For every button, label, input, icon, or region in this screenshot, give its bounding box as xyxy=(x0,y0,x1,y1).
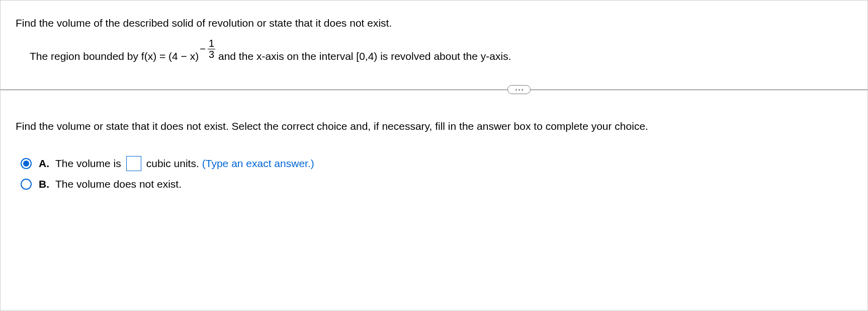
exponent: − 1 3 xyxy=(200,38,215,60)
exponent-sign: − xyxy=(200,43,206,55)
more-options-button[interactable] xyxy=(507,85,531,94)
choice-a-pre: The volume is xyxy=(55,158,121,170)
ellipsis-icon xyxy=(515,89,523,91)
exponent-numerator: 1 xyxy=(208,38,215,49)
choice-a: A. The volume is cubic units. (Type an e… xyxy=(21,156,852,171)
choice-b-text: The volume does not exist. xyxy=(55,178,182,190)
choice-b-label: B. xyxy=(39,178,49,190)
function-description: The region bounded by f(x) = (4 − x) − 1… xyxy=(30,45,852,67)
function-pre-text: The region bounded by f(x) = (4 − x) xyxy=(30,50,199,62)
radio-a[interactable] xyxy=(21,158,32,169)
answer-input[interactable] xyxy=(126,156,141,171)
answer-choices: A. The volume is cubic units. (Type an e… xyxy=(21,156,852,190)
question-prompt: Find the volume of the described solid o… xyxy=(16,16,852,30)
choice-b: B. The volume does not exist. xyxy=(21,178,852,190)
choice-a-label: A. xyxy=(39,158,49,170)
choice-a-post: cubic units. xyxy=(146,158,199,170)
choice-a-hint: (Type an exact answer.) xyxy=(202,158,314,170)
section-divider xyxy=(1,85,867,95)
instruction-text: Find the volume or state that it does no… xyxy=(16,119,852,133)
function-post-text: and the x-axis on the interval [0,4) is … xyxy=(218,50,511,62)
exponent-denominator: 3 xyxy=(208,49,215,60)
radio-b[interactable] xyxy=(21,179,32,190)
